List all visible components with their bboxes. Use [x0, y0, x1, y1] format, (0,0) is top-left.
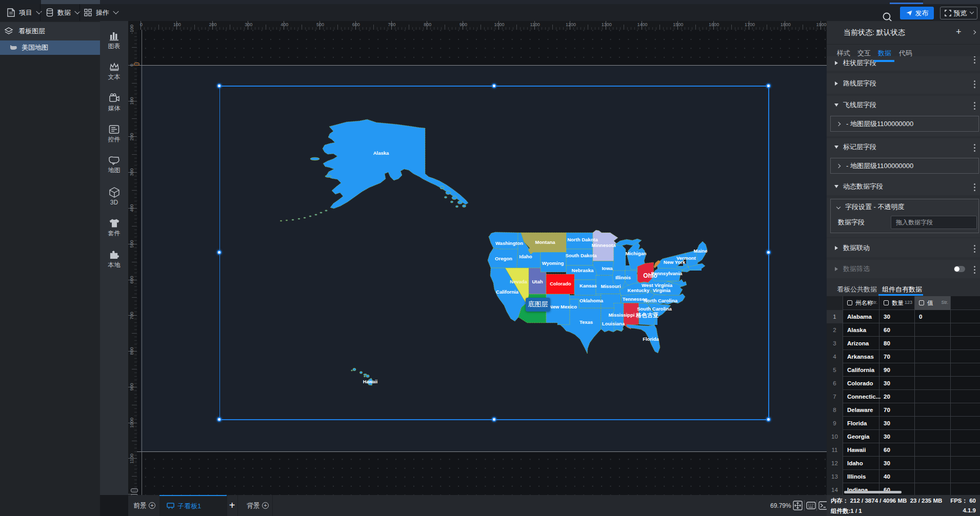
svg-text:Nebraska: Nebraska: [572, 267, 594, 273]
svg-text:Michigan: Michigan: [625, 251, 646, 256]
svg-text:Vermont: Vermont: [676, 255, 696, 261]
svg-text:Utah: Utah: [532, 279, 543, 284]
svg-text:格色古亚: 格色古亚: [635, 312, 658, 318]
svg-text:North Carolina: North Carolina: [644, 298, 678, 303]
svg-text:Nevada: Nevada: [510, 279, 528, 284]
svg-text:Idaho: Idaho: [519, 254, 532, 259]
svg-text:Maine: Maine: [694, 248, 708, 254]
svg-text:Colorado: Colorado: [550, 281, 571, 286]
svg-text:Wyoming: Wyoming: [542, 260, 564, 266]
svg-text:North Dakota: North Dakota: [567, 237, 598, 242]
svg-text:Ohio: Ohio: [643, 272, 657, 279]
svg-text:Montana: Montana: [535, 239, 555, 245]
svg-text:Alaska: Alaska: [373, 150, 389, 156]
svg-text:California: California: [496, 289, 519, 295]
svg-text:Iowa: Iowa: [602, 265, 613, 271]
svg-text:Washington: Washington: [495, 240, 523, 246]
svg-text:Hawaii: Hawaii: [363, 379, 378, 384]
svg-text:Kentucky: Kentucky: [628, 287, 650, 293]
svg-text:Oklahoma: Oklahoma: [579, 298, 604, 303]
svg-text:Mississippi: Mississippi: [608, 312, 634, 318]
svg-text:Missouri: Missouri: [601, 283, 621, 289]
svg-text:Kansas: Kansas: [579, 283, 597, 288]
svg-text:Texas: Texas: [579, 319, 593, 325]
svg-text:South Dakota: South Dakota: [565, 253, 597, 258]
svg-text:New Mexico: New Mexico: [549, 304, 577, 309]
svg-text:Minnesota: Minnesota: [592, 242, 616, 248]
svg-text:Florida: Florida: [643, 336, 659, 342]
svg-text:Oregon: Oregon: [495, 256, 512, 261]
svg-text:Louisiana: Louisiana: [602, 321, 625, 326]
svg-text:South Carolina: South Carolina: [637, 306, 672, 312]
svg-text:Virginia: Virginia: [653, 287, 671, 293]
svg-text:Illinois: Illinois: [615, 275, 631, 280]
